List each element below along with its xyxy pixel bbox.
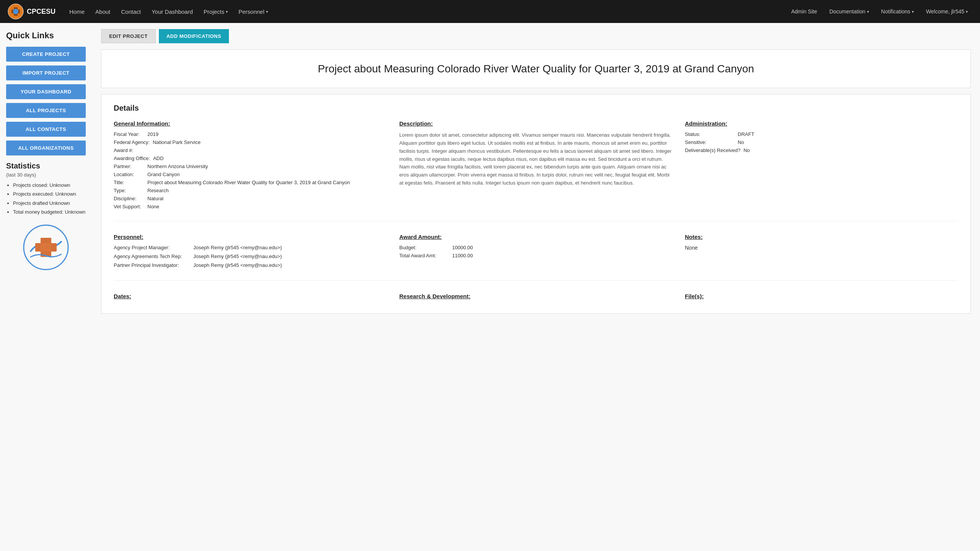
chevron-down-icon: ▾	[266, 10, 268, 14]
add-modifications-button[interactable]: ADD MODIFICATIONS	[159, 29, 229, 43]
sidebar-logo-container	[6, 224, 86, 271]
research-development-section: Research & Development:	[399, 293, 673, 304]
quick-links-title: Quick Links	[6, 31, 86, 41]
discipline-label: Discipline:	[114, 196, 144, 201]
status-label: Status:	[685, 131, 735, 137]
stat-projects-executed: Projects executed: Unknown	[13, 190, 86, 198]
vet-support-value: None	[147, 204, 387, 209]
description-text: Lorem ipsum dolor sit amet, consectetur …	[399, 131, 673, 187]
svg-rect-8	[35, 243, 57, 252]
description-heading: Description:	[399, 120, 673, 127]
award-amount-section: Award Amount: Budget: 10000.00 Total Awa…	[399, 234, 673, 271]
your-dashboard-button[interactable]: YOUR DASHBOARD	[6, 84, 86, 99]
awarding-office-label: Awarding Office:	[114, 155, 150, 161]
details-first-row: General Information: Fiscal Year: 2019 F…	[114, 120, 958, 212]
location-value: Grand Canyon	[147, 172, 387, 177]
nav-personnel-dropdown[interactable]: Personnel ▾	[234, 5, 273, 18]
create-project-button[interactable]: CREATE PROJECT	[6, 47, 86, 62]
nav-documentation-dropdown[interactable]: Documentation ▾	[825, 5, 873, 18]
discipline-value: Natural	[147, 196, 387, 201]
notes-text: None	[685, 245, 958, 251]
all-organizations-button[interactable]: ALL ORGANIZATIONS	[6, 141, 86, 155]
location-label: Location:	[114, 172, 144, 177]
notes-heading: Notes:	[685, 234, 958, 240]
navbar-brand-link[interactable]: CPCESU	[8, 3, 56, 20]
partner-label: Partner:	[114, 164, 144, 169]
stat-projects-drafted: Projects drafted Unknown	[13, 199, 86, 208]
agency-pm-label: Agency Project Manager:	[114, 245, 190, 250]
vet-support-label: Vet Support:	[114, 204, 144, 209]
import-project-button[interactable]: IMPORT PROJECT	[6, 65, 86, 80]
award-amount-heading: Award Amount:	[399, 234, 673, 240]
partner-pi-value: Joseph Remy (jlr545 <remy@nau.edu>)	[193, 262, 282, 268]
details-heading: Details	[114, 104, 958, 113]
research-development-heading: Research & Development:	[399, 293, 673, 299]
nav-welcome-dropdown[interactable]: Welcome, jlr545 ▾	[921, 5, 972, 18]
project-title-card: Project about Measuring Colorado River W…	[101, 49, 971, 88]
agency-pm-value: Joseph Remy (jlr545 <remy@nau.edu>)	[193, 245, 282, 250]
nav-contact[interactable]: Contact	[116, 5, 145, 18]
budget-value: 10000.00	[452, 245, 473, 250]
statistics-subtitle: (last 30 days)	[6, 172, 86, 178]
administration-section: Administration: Status: DRAFT Sensitive:…	[685, 120, 958, 212]
nav-notifications-dropdown[interactable]: Notifications ▾	[877, 5, 918, 18]
chevron-down-icon: ▾	[912, 10, 914, 14]
navbar: CPCESU Home About Contact Your Dashboard…	[0, 0, 980, 23]
administration-heading: Administration:	[685, 120, 958, 127]
federal-agency-value: National Park Service	[153, 139, 387, 145]
description-section: Description: Lorem ipsum dolor sit amet,…	[399, 120, 673, 212]
edit-project-button[interactable]: EDIT PROJECT	[101, 29, 156, 43]
details-second-row: Personnel: Agency Project Manager: Josep…	[114, 234, 958, 271]
general-info-heading: General Information:	[114, 120, 387, 127]
title-value: Project about Measuring Colorado River W…	[147, 180, 387, 185]
statistics-title: Statistics	[6, 162, 86, 170]
budget-label: Budget:	[399, 245, 449, 250]
project-title: Project about Measuring Colorado River W…	[117, 61, 955, 76]
stat-projects-closed: Projects closed: Unknown	[13, 181, 86, 190]
dates-heading: Dates:	[114, 293, 387, 299]
details-third-row: Dates: Research & Development: File(s):	[114, 293, 958, 304]
fiscal-year-value: 2019	[147, 131, 387, 137]
section-divider	[114, 221, 958, 221]
dates-section: Dates:	[114, 293, 387, 304]
award-num-label: Award #:	[114, 147, 144, 153]
type-label: Type:	[114, 188, 144, 193]
federal-agency-label: Federal Agency:	[114, 139, 150, 145]
main-content: EDIT PROJECT ADD MODIFICATIONS Project a…	[92, 23, 980, 551]
sensitive-label: Sensitive:	[685, 139, 735, 145]
sidebar: Quick Links CREATE PROJECT IMPORT PROJEC…	[0, 23, 92, 551]
nav-projects-dropdown[interactable]: Projects ▾	[199, 5, 232, 18]
status-value: DRAFT	[738, 131, 754, 137]
type-value: Research	[147, 188, 387, 193]
navbar-right: Admin Site Documentation ▾ Notifications…	[787, 5, 972, 18]
total-award-value: 11000.00	[452, 253, 473, 258]
action-buttons: EDIT PROJECT ADD MODIFICATIONS	[101, 29, 971, 43]
partner-pi-label: Partner Principal Investigator:	[114, 262, 190, 268]
award-num-value	[147, 147, 387, 153]
chevron-down-icon: ▾	[226, 10, 228, 14]
all-projects-button[interactable]: ALL PROJECTS	[6, 103, 86, 118]
details-card: Details General Information: Fiscal Year…	[101, 94, 971, 314]
nav-about[interactable]: About	[91, 5, 115, 18]
fiscal-year-label: Fiscal Year:	[114, 131, 144, 137]
deliverables-value: No	[743, 147, 750, 153]
main-nav: Home About Contact Your Dashboard Projec…	[65, 5, 273, 18]
sensitive-value: No	[738, 139, 744, 145]
nav-home[interactable]: Home	[65, 5, 89, 18]
partner-value: Northern Arizona University	[147, 164, 387, 169]
notes-section: Notes: None	[685, 234, 958, 271]
total-award-label: Total Award Amt:	[399, 253, 449, 258]
personnel-section: Personnel: Agency Project Manager: Josep…	[114, 234, 387, 271]
general-information-section: General Information: Fiscal Year: 2019 F…	[114, 120, 387, 212]
chevron-down-icon: ▾	[867, 10, 869, 14]
files-section: File(s):	[685, 293, 958, 304]
stat-total-money: Total money budgeted: Unknown	[13, 208, 86, 216]
nav-dashboard[interactable]: Your Dashboard	[147, 5, 198, 18]
cpcesu-logo-icon	[8, 3, 24, 20]
all-contacts-button[interactable]: ALL CONTACTS	[6, 122, 86, 137]
brand-name: CPCESU	[27, 8, 56, 16]
files-heading: File(s):	[685, 293, 958, 299]
agency-tech-rep-value: Joseph Remy (jlr545 <remy@nau.edu>)	[193, 253, 282, 259]
chevron-down-icon: ▾	[966, 10, 968, 14]
nav-admin-site[interactable]: Admin Site	[787, 5, 822, 18]
